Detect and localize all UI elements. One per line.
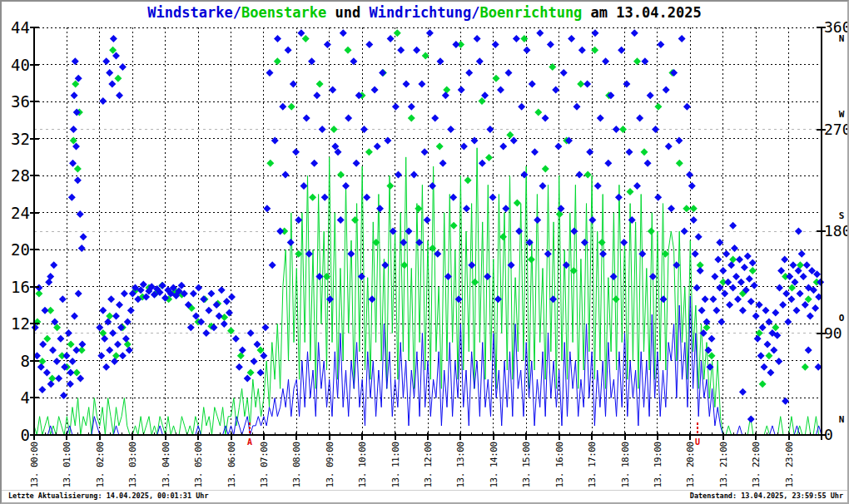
x-axis-tick-label: 13. 18:00 (619, 442, 630, 487)
right-axis-tick-label: 0 (824, 426, 849, 444)
x-axis-tick-label: 13. 16:00 (554, 442, 564, 487)
x-axis-tick-label: 13. 13:00 (455, 442, 466, 487)
x-axis-tick-label: 13. 00:00 (29, 442, 40, 487)
x-axis-tick-label: 13. 04:00 (160, 442, 171, 487)
x-axis-tick-label: 13. 01:00 (62, 442, 72, 487)
left-axis-tick-label: 44 (2, 18, 30, 37)
right-axis-direction-letter: N (833, 34, 849, 44)
x-axis-tick-label: 13. 19:00 (652, 442, 663, 487)
sun-marker-label-U: U (695, 437, 700, 447)
x-axis-tick-label: 13. 12:00 (423, 442, 434, 487)
x-axis-tick-label: 13. 23:00 (783, 442, 794, 487)
x-axis-tick-label: 13. 10:00 (357, 442, 368, 487)
x-axis-tick-label: 13. 11:00 (390, 442, 400, 487)
right-axis-direction-letter: O (833, 314, 849, 324)
left-axis-tick-label: 12 (2, 314, 30, 333)
x-axis-tick-label: 13. 15:00 (521, 442, 532, 487)
x-axis-tick-label: 13. 06:00 (226, 442, 236, 487)
data-state-text: Datenstand: 13.04.2025, 23:59:55 Uhr (690, 492, 843, 500)
left-axis-tick-label: 32 (2, 130, 30, 148)
last-update-text: Letzte Aktualisierung: 14.04.2025, 00:01… (8, 492, 209, 500)
x-axis-tick-label: 13. 07:00 (258, 442, 269, 487)
left-axis-tick-label: 24 (2, 204, 30, 222)
x-axis-tick-label: 13. 08:00 (291, 442, 302, 487)
x-axis-tick-label: 13. 05:00 (193, 442, 204, 487)
right-axis-tick-label: 270 (824, 121, 849, 139)
right-axis-direction-letter: S (833, 211, 849, 221)
weather-chart-image: Windstarke/Boenstarke und Windrichtung/B… (0, 0, 849, 504)
right-axis-tick-label: 90 (824, 324, 849, 343)
left-axis-tick-label: 16 (2, 278, 30, 296)
left-axis-tick-label: 20 (2, 240, 30, 259)
x-axis-tick-label: 13. 14:00 (488, 442, 499, 487)
right-axis-direction-letter: N (833, 415, 849, 425)
sun-marker-label-A: A (247, 437, 252, 447)
left-axis-tick-label: 4 (2, 388, 30, 407)
x-axis-tick-label: 13. 21:00 (717, 442, 728, 487)
right-axis-tick-label: 180 (824, 222, 849, 240)
status-bar: Letzte Aktualisierung: 14.04.2025, 00:01… (2, 489, 847, 502)
x-axis-tick-label: 13. 22:00 (751, 442, 762, 487)
x-axis-tick-label: 13. 03:00 (127, 442, 138, 487)
left-axis-tick-label: 0 (2, 426, 30, 444)
left-axis-tick-label: 36 (2, 92, 30, 111)
left-axis-tick-label: 28 (2, 166, 30, 185)
right-axis-direction-letter: W (833, 110, 849, 120)
x-axis-tick-label: 13. 02:00 (94, 442, 105, 487)
left-axis-tick-label: 40 (2, 56, 30, 74)
x-axis-tick-label: 13. 17:00 (587, 442, 598, 487)
x-axis-tick-label: 13. 20:00 (685, 442, 696, 487)
left-axis-tick-label: 8 (2, 352, 30, 370)
x-axis-tick-label: 13. 09:00 (324, 442, 335, 487)
chart-plot-area (2, 2, 847, 502)
